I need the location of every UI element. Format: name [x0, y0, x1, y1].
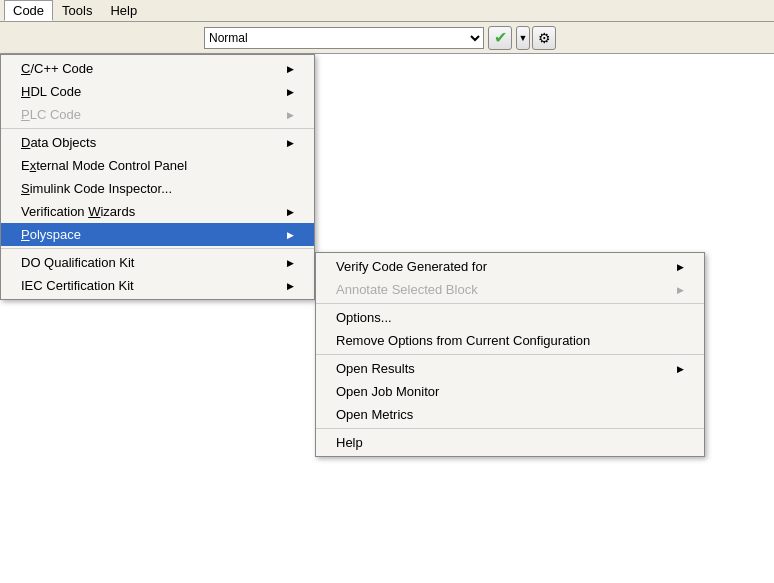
verify-code-arrow: ▶ — [677, 262, 684, 272]
menu-item-verification-wizards[interactable]: Verification Wizards ▶ — [1, 200, 314, 223]
open-job-monitor-label: Open Job Monitor — [336, 384, 439, 399]
menu-item-do-qualification[interactable]: DO Qualification Kit ▶ — [1, 251, 314, 274]
normal-select[interactable]: Normal — [204, 27, 484, 49]
separator-sub-3 — [316, 428, 704, 429]
verify-code-label: Verify Code Generated for — [336, 259, 487, 274]
menu-item-polyspace[interactable]: Polyspace ▶ — [1, 223, 314, 246]
toolbar: Normal ✔ ▼ ⚙ — [0, 22, 774, 54]
separator-1 — [1, 128, 314, 129]
open-metrics-label: Open Metrics — [336, 407, 413, 422]
content-area: C/C++ Code ▶ HDL Code ▶ PLC Code ▶ Data … — [0, 54, 774, 583]
cpp-code-label: C/C++ Code — [21, 61, 93, 76]
menu-bar-tools[interactable]: Tools — [53, 0, 101, 21]
polyspace-submenu: Verify Code Generated for ▶ Annotate Sel… — [315, 252, 705, 457]
separator-2 — [1, 248, 314, 249]
external-mode-label: External Mode Control Panel — [21, 158, 187, 173]
separator-sub-2 — [316, 354, 704, 355]
menu-item-verify-code[interactable]: Verify Code Generated for ▶ — [316, 255, 704, 278]
verification-wizards-arrow: ▶ — [287, 207, 294, 217]
help-label: Help — [336, 435, 363, 450]
menu-item-data-objects[interactable]: Data Objects ▶ — [1, 131, 314, 154]
annotate-block-arrow: ▶ — [677, 285, 684, 295]
menu-item-help[interactable]: Help — [316, 431, 704, 454]
data-objects-arrow: ▶ — [287, 138, 294, 148]
code-menu: C/C++ Code ▶ HDL Code ▶ PLC Code ▶ Data … — [0, 54, 315, 300]
menu-item-simulink-inspector[interactable]: Simulink Code Inspector... — [1, 177, 314, 200]
options-label: Options... — [336, 310, 392, 325]
cpp-code-arrow: ▶ — [287, 64, 294, 74]
menu-bar-help[interactable]: Help — [101, 0, 146, 21]
gear-icon: ⚙ — [538, 30, 551, 46]
plc-code-arrow: ▶ — [287, 110, 294, 120]
menu-bar-code[interactable]: Code — [4, 0, 53, 21]
open-results-label: Open Results — [336, 361, 415, 376]
settings-button[interactable]: ⚙ — [532, 26, 556, 50]
menu-item-options[interactable]: Options... — [316, 306, 704, 329]
simulink-inspector-label: Simulink Code Inspector... — [21, 181, 172, 196]
menu-item-hdl-code[interactable]: HDL Code ▶ — [1, 80, 314, 103]
do-qualification-label: DO Qualification Kit — [21, 255, 134, 270]
menu-item-plc-code[interactable]: PLC Code ▶ — [1, 103, 314, 126]
menu-item-open-metrics[interactable]: Open Metrics — [316, 403, 704, 426]
polyspace-label: Polyspace — [21, 227, 81, 242]
polyspace-arrow: ▶ — [287, 230, 294, 240]
do-qualification-arrow: ▶ — [287, 258, 294, 268]
arrow-down-icon: ▼ — [519, 33, 528, 43]
menu-item-annotate-block[interactable]: Annotate Selected Block ▶ — [316, 278, 704, 301]
menu-item-remove-options[interactable]: Remove Options from Current Configuratio… — [316, 329, 704, 352]
menu-item-cpp-code[interactable]: C/C++ Code ▶ — [1, 57, 314, 80]
iec-certification-label: IEC Certification Kit — [21, 278, 134, 293]
data-objects-label: Data Objects — [21, 135, 96, 150]
plc-code-label: PLC Code — [21, 107, 81, 122]
menu-bar: Code Tools Help — [0, 0, 774, 22]
hdl-code-arrow: ▶ — [287, 87, 294, 97]
dropdown-arrow-button[interactable]: ▼ — [516, 26, 530, 50]
menu-item-open-results[interactable]: Open Results ▶ — [316, 357, 704, 380]
open-results-arrow: ▶ — [677, 364, 684, 374]
iec-certification-arrow: ▶ — [287, 281, 294, 291]
menu-item-open-job-monitor[interactable]: Open Job Monitor — [316, 380, 704, 403]
check-button[interactable]: ✔ — [488, 26, 512, 50]
menu-item-external-mode[interactable]: External Mode Control Panel — [1, 154, 314, 177]
hdl-code-label: HDL Code — [21, 84, 81, 99]
check-icon: ✔ — [494, 28, 507, 47]
separator-sub-1 — [316, 303, 704, 304]
remove-options-label: Remove Options from Current Configuratio… — [336, 333, 590, 348]
menu-item-iec-certification[interactable]: IEC Certification Kit ▶ — [1, 274, 314, 297]
verification-wizards-label: Verification Wizards — [21, 204, 135, 219]
annotate-block-label: Annotate Selected Block — [336, 282, 478, 297]
